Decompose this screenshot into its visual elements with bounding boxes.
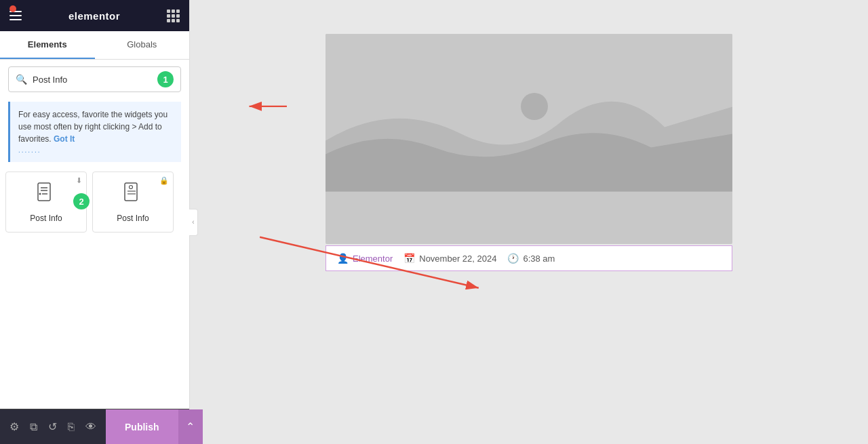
author-icon: 👤 (337, 253, 349, 264)
canvas-content: 👤 Elementor 📅 November 22, 2024 🕐 6:38 a… (326, 34, 732, 271)
history-icon[interactable]: ↺ (48, 420, 57, 433)
copy-icon[interactable]: ⎘ (68, 421, 75, 433)
publish-chevron-button[interactable]: ⌃ (178, 409, 203, 445)
layers-icon[interactable]: ⧉ (30, 421, 37, 433)
lock-icon: 🔒 (159, 176, 169, 185)
widget-grid: ⬇ Post Info 🔒 (0, 165, 189, 239)
tip-box: For easy access, favorite the widgets yo… (8, 102, 181, 162)
tab-globals[interactable]: Globals (95, 31, 190, 59)
calendar-icon: 📅 (403, 253, 415, 264)
bottom-icons: ⚙ ⧉ ↺ ⎘ 👁 (0, 420, 106, 433)
widget-label-1: Post Info (30, 214, 62, 223)
got-it-link[interactable]: Got It (54, 134, 75, 144)
sidebar: elementor Elements Globals 🔍 Post Info 1… (0, 0, 190, 444)
widget-icon-2 (122, 182, 144, 208)
tab-elements[interactable]: Elements (0, 31, 95, 59)
widget-icon-1 (35, 182, 57, 208)
tip-text: For easy access, favorite the widgets yo… (18, 110, 167, 144)
search-bar[interactable]: 🔍 Post Info 1 (8, 66, 181, 92)
post-info-bar: 👤 Elementor 📅 November 22, 2024 🕐 6:38 a… (326, 245, 732, 271)
grid-icon[interactable] (167, 9, 180, 22)
step-badge-1: 1 (157, 71, 174, 87)
download-icon: ⬇ (76, 176, 82, 185)
post-time-text: 6:38 am (523, 254, 555, 264)
svg-point-6 (130, 185, 133, 188)
preview-icon[interactable]: 👁 (85, 421, 96, 433)
widget-label-2: Post Info (117, 214, 149, 223)
collapse-panel-handle[interactable]: ‹ (189, 209, 198, 236)
image-placeholder (326, 34, 732, 244)
main-canvas: 👤 Elementor 📅 November 22, 2024 🕐 6:38 a… (190, 0, 868, 444)
panel-tabs: Elements Globals (0, 31, 189, 60)
svg-rect-0 (38, 183, 50, 201)
app-logo: elementor (68, 10, 120, 22)
hamburger-icon[interactable] (9, 11, 22, 20)
tip-dots: ....... (18, 145, 173, 155)
widget-card-post-info-1[interactable]: ⬇ Post Info (5, 171, 87, 233)
search-icon: 🔍 (16, 74, 27, 85)
topbar-left (9, 11, 22, 20)
settings-icon[interactable]: ⚙ (9, 420, 19, 433)
search-input[interactable]: Post Info (33, 75, 152, 85)
post-date-item: 📅 November 22, 2024 (403, 253, 496, 264)
topbar: elementor (0, 0, 189, 31)
post-date-text: November 22, 2024 (419, 254, 496, 264)
svg-point-3 (39, 193, 41, 195)
publish-button[interactable]: Publish (106, 409, 178, 445)
post-time-item: 🕐 6:38 am (507, 253, 555, 264)
post-author-link[interactable]: Elementor (353, 254, 393, 264)
status-dot (9, 5, 16, 12)
bottom-bar: ⚙ ⧉ ↺ ⎘ 👁 Publish ⌃ (0, 409, 189, 444)
clock-icon: 🕐 (507, 253, 519, 264)
widget-card-post-info-2[interactable]: 🔒 Post Info (92, 171, 174, 233)
mountain-svg (326, 34, 732, 244)
post-author-item: 👤 Elementor (337, 253, 393, 264)
